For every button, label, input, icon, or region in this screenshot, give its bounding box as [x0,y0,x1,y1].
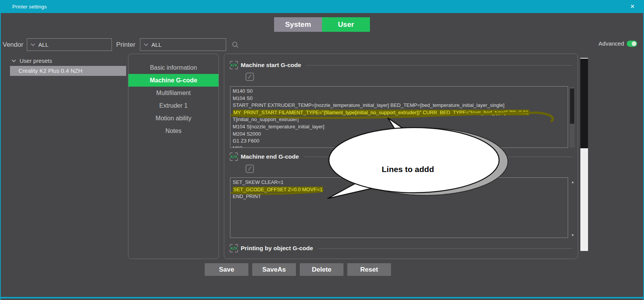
code-line: M204 S2000 [233,131,565,138]
saveas-button[interactable]: SaveAs [252,263,296,276]
code-line: MY_PRINT_START FILAMENT_TYPE="{filament_… [233,109,565,116]
scrollbar-thumb[interactable] [580,59,588,148]
preset-list: Creality K2 Plus 0.4 NZH [10,66,126,76]
code-icon [230,244,238,252]
scroll-down-icon[interactable]: ▼ [570,233,575,237]
nav-item-notes[interactable]: Notes [128,125,219,137]
advanced-label: Advanced [598,40,624,47]
advanced-control: Advanced [598,40,637,47]
gcode-panel: Machine start G-code M140 S0M104 S0START… [224,54,578,259]
section-header-start-gcode: Machine start G-code [230,61,572,70]
code-line: START_PRINT EXTRUDER_TEMP=[nozzle_temper… [233,102,565,109]
close-icon[interactable]: ✕ [630,0,643,13]
code-line: SET_GCODE_OFFSET Z=0.0 MOVE=1 [233,186,565,193]
chevron-down-icon [12,59,16,62]
printer-select[interactable]: ALL [140,38,226,51]
code-line: M104 S0 [233,95,565,102]
chevron-down-icon [144,43,148,46]
search-icon[interactable] [232,41,239,49]
code-line: SET_SKEW CLEAR=1 [233,179,565,186]
dialog-scrollbar[interactable] [580,58,588,251]
vendor-label: Vendor [3,38,23,51]
window-title: Printer settings [1,4,47,10]
profile-scope-tabs: System User [274,17,370,32]
code-line: G1 Z3 F600 [233,138,565,145]
edit-icon[interactable] [245,164,254,173]
code-line: M104 S[nozzle_temperature_initial_layer] [233,123,565,131]
nav-item-extruder-1[interactable]: Extruder 1 [128,99,219,112]
nav-item-machine-g-code[interactable]: Machine G-code [128,74,219,87]
divider [318,248,572,249]
section-header-by-object-gcode: Printing by object G-code [230,244,572,253]
user-presets-label: User presets [20,57,52,64]
toggle-knob [632,41,636,46]
edit-icon[interactable] [245,72,254,81]
section-title: Printing by object G-code [241,245,313,252]
reset-button[interactable]: Reset [347,263,391,276]
editor-scrollbar[interactable] [570,87,575,148]
dialog-body: System User Vendor ALL Printer ALL Advan… [1,13,643,298]
gcode-editor-start[interactable]: M140 S0M104 S0START_PRINT EXTRUDER_TEMP=… [230,86,568,148]
chevron-down-icon [31,43,35,46]
advanced-toggle[interactable] [627,41,637,47]
tab-system[interactable]: System [274,17,322,32]
section-title: Machine start G-code [241,62,301,69]
tab-user[interactable]: User [322,17,370,32]
settings-nav: Basic informationMachine G-codeMultifila… [128,54,219,259]
scrollbar-thumb[interactable] [570,89,574,124]
save-button[interactable]: Save [205,263,248,276]
code-line: T[initial_no_support_extruder] [233,116,565,123]
user-presets-group[interactable]: User presets [12,57,52,64]
vendor-select[interactable]: ALL [27,38,112,51]
divider [306,65,572,66]
code-line: M140 S0 [233,88,565,95]
preset-item-creality-k2-plus-0-4-nzh[interactable]: Creality K2 Plus 0.4 NZH [10,66,126,76]
section-header-end-gcode: Machine end G-code [230,152,572,161]
nav-item-motion-ability[interactable]: Motion ability [128,112,219,125]
printer-value: ALL [151,41,162,48]
vendor-value: ALL [38,41,49,48]
code-line: M83 [233,145,565,148]
code-icon [230,152,238,161]
titlebar: Printer settings ✕ [1,0,643,13]
nav-item-basic-information[interactable]: Basic information [128,61,219,74]
section-title: Machine end G-code [241,153,299,160]
code-icon [230,61,238,69]
delete-button[interactable]: Delete [300,263,343,276]
scroll-up-icon[interactable]: ▲ [570,180,575,184]
footer-actions: SaveSaveAsDeleteReset [205,263,391,276]
gcode-editor-end[interactable]: SET_SKEW CLEAR=1SET_GCODE_OFFSET Z=0.0 M… [230,177,568,238]
divider [304,157,572,157]
printer-label: Printer [116,38,135,51]
code-line: END_PRINT [233,193,565,200]
printer-settings-dialog: Printer settings ✕ System User Vendor AL… [0,0,644,300]
nav-item-multifilament[interactable]: Multifilament [128,87,219,99]
